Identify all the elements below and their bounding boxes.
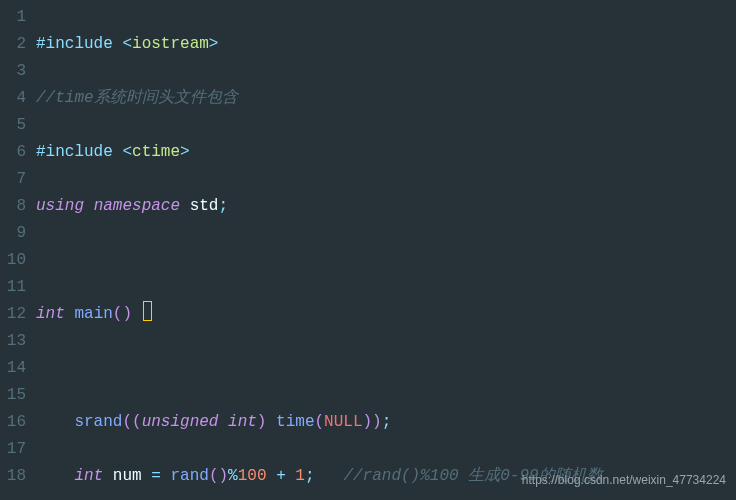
line-number: 4	[0, 85, 26, 112]
line-number: 14	[0, 355, 26, 382]
line-number: 10	[0, 247, 26, 274]
cursor-icon	[143, 301, 152, 321]
line-number-gutter: 1 2 3 4 5 6 7 8 9 10 11 12 13 14 15 16 1…	[0, 4, 36, 500]
line-number: 15	[0, 382, 26, 409]
line-number: 17	[0, 436, 26, 463]
line-number: 6	[0, 139, 26, 166]
watermark-text: https://blog.csdn.net/weixin_47734224	[522, 467, 726, 494]
line-number: 18	[0, 463, 26, 490]
line-number: 8	[0, 193, 26, 220]
line-number: 2	[0, 31, 26, 58]
code-editor: 1 2 3 4 5 6 7 8 9 10 11 12 13 14 15 16 1…	[0, 0, 736, 500]
line-number: 13	[0, 328, 26, 355]
line-number: 11	[0, 274, 26, 301]
code-line: int main()	[36, 301, 736, 328]
code-line: using namespace std;	[36, 193, 736, 220]
code-line: //time系统时间头文件包含	[36, 85, 736, 112]
code-line	[36, 355, 736, 382]
line-number: 9	[0, 220, 26, 247]
line-number: 16	[0, 409, 26, 436]
code-content[interactable]: #include <iostream> //time系统时间头文件包含 #inc…	[36, 4, 736, 500]
line-number: 1	[0, 4, 26, 31]
line-number: 12	[0, 301, 26, 328]
line-number: 5	[0, 112, 26, 139]
code-line: srand((unsigned int) time(NULL));	[36, 409, 736, 436]
code-line: #include <ctime>	[36, 139, 736, 166]
line-number: 3	[0, 58, 26, 85]
line-number: 7	[0, 166, 26, 193]
code-line	[36, 247, 736, 274]
code-line: #include <iostream>	[36, 31, 736, 58]
